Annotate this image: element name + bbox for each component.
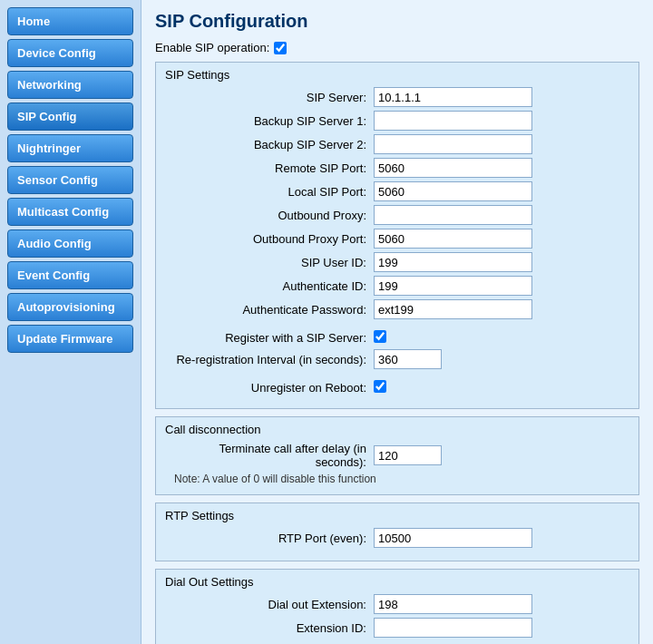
- rtp-port-input[interactable]: [374, 528, 532, 548]
- page-title: SIP Configuration: [155, 11, 639, 32]
- label-sip-server: SIP Server:: [165, 91, 374, 104]
- sip-field-row-remote-sip-port: Remote SIP Port:: [165, 158, 629, 178]
- sidebar-item-networking[interactable]: Networking: [7, 71, 133, 99]
- dial-out-label: Dial out Extension:: [165, 598, 374, 611]
- reregistration-label: Re-registration Interval (in seconds):: [165, 353, 374, 366]
- sip-field-row-sip-server: SIP Server:: [165, 87, 629, 107]
- register-checkbox[interactable]: [374, 330, 386, 343]
- call-disconnection-section: Call disconnection Terminate call after …: [155, 416, 639, 495]
- input-authenticate-password[interactable]: [374, 299, 532, 319]
- reregistration-input[interactable]: [374, 349, 442, 369]
- label-local-sip-port: Local SIP Port:: [165, 185, 374, 199]
- label-authenticate-password: Authenticate Password:: [165, 303, 374, 317]
- sidebar-item-device-config[interactable]: Device Config: [7, 39, 133, 67]
- input-outbound-proxy[interactable]: [374, 205, 532, 225]
- unregister-label: Unregister on Reboot:: [165, 381, 374, 395]
- input-remote-sip-port[interactable]: [374, 158, 532, 178]
- rtp-port-label: RTP Port (even):: [165, 532, 374, 545]
- rtp-settings-title: RTP Settings: [165, 509, 629, 522]
- input-backup-sip-2[interactable]: [374, 134, 532, 154]
- dial-out-settings-title: Dial Out Settings: [165, 575, 629, 589]
- input-backup-sip-1[interactable]: [374, 111, 532, 131]
- sip-settings-title: SIP Settings: [165, 68, 629, 82]
- sidebar-item-event-config[interactable]: Event Config: [7, 261, 133, 289]
- rtp-settings-section: RTP Settings RTP Port (even):: [155, 503, 639, 561]
- label-outbound-proxy: Outbound Proxy:: [165, 209, 374, 222]
- input-sip-user-id[interactable]: [374, 252, 532, 272]
- sidebar-item-multicast-config[interactable]: Multicast Config: [7, 198, 133, 226]
- sip-field-row-authenticate-id: Authenticate ID:: [165, 276, 629, 296]
- label-remote-sip-port: Remote SIP Port:: [165, 161, 374, 175]
- sip-field-row-backup-sip-2: Backup SIP Server 2:: [165, 134, 629, 154]
- terminate-label: Terminate call after delay (in seconds):: [165, 442, 374, 469]
- label-sip-user-id: SIP User ID:: [165, 256, 374, 269]
- sip-field-row-outbound-proxy-port: Outbound Proxy Port:: [165, 229, 629, 249]
- input-authenticate-id[interactable]: [374, 276, 532, 296]
- sip-field-row-sip-user-id: SIP User ID:: [165, 252, 629, 272]
- sip-field-row-outbound-proxy: Outbound Proxy:: [165, 205, 629, 225]
- sidebar-item-sip-config[interactable]: SIP Config: [7, 102, 133, 131]
- call-disconnection-title: Call disconnection: [165, 423, 629, 436]
- sip-settings-section: SIP Settings SIP Server: Backup SIP Serv…: [155, 62, 639, 409]
- sip-field-row-local-sip-port: Local SIP Port:: [165, 181, 629, 201]
- extension-id-label: Extension ID:: [165, 621, 374, 635]
- call-disconnection-note: Note: A value of 0 will disable this fun…: [165, 473, 629, 485]
- sidebar-item-audio-config[interactable]: Audio Config: [7, 229, 133, 258]
- sip-field-row-authenticate-password: Authenticate Password:: [165, 299, 629, 319]
- label-backup-sip-2: Backup SIP Server 2:: [165, 138, 374, 151]
- label-authenticate-id: Authenticate ID:: [165, 279, 374, 293]
- input-outbound-proxy-port[interactable]: [374, 229, 532, 249]
- dial-out-settings-section: Dial Out Settings Dial out Extension: Ex…: [155, 569, 639, 644]
- sidebar-item-sensor-config[interactable]: Sensor Config: [7, 166, 133, 194]
- unregister-checkbox[interactable]: [374, 380, 386, 393]
- dial-out-input[interactable]: [374, 594, 532, 614]
- label-backup-sip-1: Backup SIP Server 1:: [165, 114, 374, 128]
- sidebar-item-update-firmware[interactable]: Update Firmware: [7, 325, 133, 353]
- sip-field-row-backup-sip-1: Backup SIP Server 1:: [165, 111, 629, 131]
- input-sip-server[interactable]: [374, 87, 532, 107]
- enable-sip-checkbox[interactable]: [274, 42, 287, 54]
- register-label: Register with a SIP Server:: [165, 331, 374, 345]
- extension-id-input[interactable]: [374, 618, 532, 638]
- sidebar-item-nightringer[interactable]: Nightringer: [7, 134, 133, 162]
- label-outbound-proxy-port: Outbound Proxy Port:: [165, 232, 374, 246]
- terminate-input[interactable]: [374, 445, 442, 465]
- input-local-sip-port[interactable]: [374, 181, 532, 201]
- sidebar-item-home[interactable]: Home: [7, 7, 133, 35]
- sidebar-item-autoprovisioning[interactable]: Autoprovisioning: [7, 293, 133, 321]
- enable-sip-label: Enable SIP operation:: [155, 41, 269, 54]
